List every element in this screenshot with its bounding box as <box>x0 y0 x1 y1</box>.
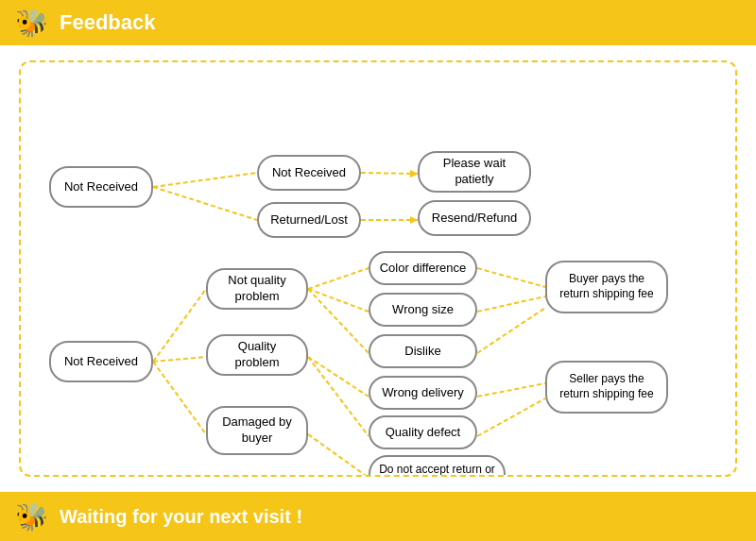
damaged-by-buyer-box: Damaged by buyer <box>206 406 308 455</box>
diagram-container: Not Received Not Received Returned/Lost … <box>19 60 737 477</box>
svg-marker-18 <box>410 170 418 178</box>
footer: 🐝 Waiting for your next visit ! <box>0 492 756 541</box>
svg-line-17 <box>477 398 545 436</box>
dislike-box: Dislike <box>369 334 477 368</box>
svg-line-8 <box>308 289 369 312</box>
svg-line-9 <box>308 289 369 353</box>
svg-line-15 <box>477 308 545 353</box>
svg-line-10 <box>308 357 369 397</box>
svg-line-11 <box>308 357 369 436</box>
header-title: Feedback <box>60 10 156 35</box>
svg-line-6 <box>153 362 206 434</box>
bee-icon-footer: 🐝 <box>15 501 48 533</box>
not-received-box-1: Not Received <box>49 166 153 208</box>
bee-icon-header: 🐝 <box>15 8 48 39</box>
svg-line-16 <box>477 383 545 397</box>
color-diff-box: Color difference <box>369 251 477 285</box>
do-not-accept-box: Do not accept return or exchange <box>369 455 506 477</box>
svg-line-0 <box>153 173 257 187</box>
main-content: Not Received Not Received Returned/Lost … <box>0 45 756 492</box>
wrong-delivery-box: Wrong delivery <box>369 376 477 410</box>
svg-line-5 <box>153 357 206 362</box>
svg-line-7 <box>308 268 369 289</box>
svg-line-14 <box>477 296 545 312</box>
received-2-box: Not Received <box>49 341 153 382</box>
svg-line-1 <box>153 187 257 220</box>
svg-marker-20 <box>410 170 418 178</box>
buyer-pays-box: Buyer pays the return shipping fee <box>545 261 668 313</box>
svg-line-12 <box>308 434 369 475</box>
quality-defect-box: Quality defect <box>369 415 477 449</box>
page: 🐝 Feedback <box>0 0 756 541</box>
not-quality-box: Not quality problem <box>206 268 308 310</box>
resend-refund-box: Resend/Refund <box>418 200 531 236</box>
returned-lost-box: Returned/Lost <box>257 202 361 238</box>
quality-problem-box: Quality problem <box>206 334 308 376</box>
wrong-size-box: Wrong size <box>369 293 477 327</box>
svg-line-13 <box>477 268 545 287</box>
seller-pays-box: Seller pays the return shipping fee <box>545 361 668 414</box>
svg-line-4 <box>153 289 206 362</box>
please-wait-box: Please wait patietly <box>418 151 531 193</box>
header: 🐝 Feedback <box>0 0 756 45</box>
not-received-box-2: Not Received <box>257 155 361 191</box>
footer-text: Waiting for your next visit ! <box>60 506 302 528</box>
svg-marker-19 <box>410 216 418 224</box>
svg-line-2 <box>361 173 418 174</box>
